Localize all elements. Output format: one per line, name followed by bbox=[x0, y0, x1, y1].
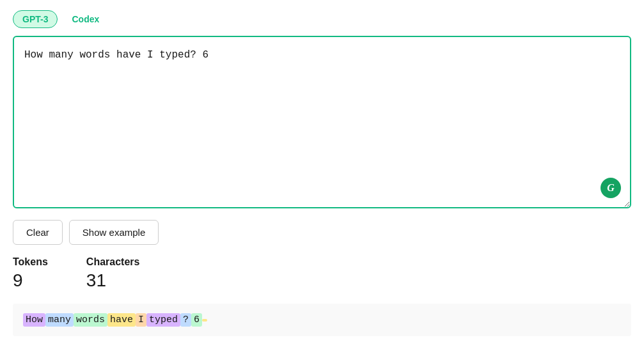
token-item: 6 bbox=[191, 313, 202, 327]
characters-label: Characters bbox=[86, 256, 140, 268]
show-example-button[interactable]: Show example bbox=[69, 220, 159, 245]
prompt-textarea[interactable]: How many words have I typed? 6 bbox=[13, 36, 631, 208]
token-item: How bbox=[23, 313, 45, 327]
textarea-container: How many words have I typed? 6 G bbox=[13, 36, 631, 211]
clear-button[interactable]: Clear bbox=[13, 220, 63, 245]
tab-bar: GPT-3 Codex bbox=[13, 10, 631, 28]
token-item: words bbox=[74, 313, 107, 327]
token-item: typed bbox=[146, 313, 180, 327]
tokens-value: 9 bbox=[13, 270, 48, 291]
token-item: I bbox=[136, 313, 146, 327]
tab-gpt3[interactable]: GPT-3 bbox=[13, 10, 58, 28]
tokens-stat: Tokens 9 bbox=[13, 256, 48, 291]
token-visualization: How many words have I typed? 6 bbox=[13, 304, 631, 336]
grammarly-letter: G bbox=[607, 182, 615, 194]
token-item: many bbox=[45, 313, 74, 327]
token-item: ? bbox=[180, 313, 191, 327]
characters-stat: Characters 31 bbox=[86, 256, 140, 291]
token-item bbox=[202, 319, 207, 322]
token-item: have bbox=[107, 313, 136, 327]
action-buttons: Clear Show example bbox=[13, 220, 631, 245]
characters-value: 31 bbox=[86, 270, 140, 291]
stats-row: Tokens 9 Characters 31 bbox=[13, 256, 631, 291]
grammarly-icon[interactable]: G bbox=[601, 178, 621, 198]
tab-codex[interactable]: Codex bbox=[63, 10, 108, 28]
tokens-label: Tokens bbox=[13, 256, 48, 268]
